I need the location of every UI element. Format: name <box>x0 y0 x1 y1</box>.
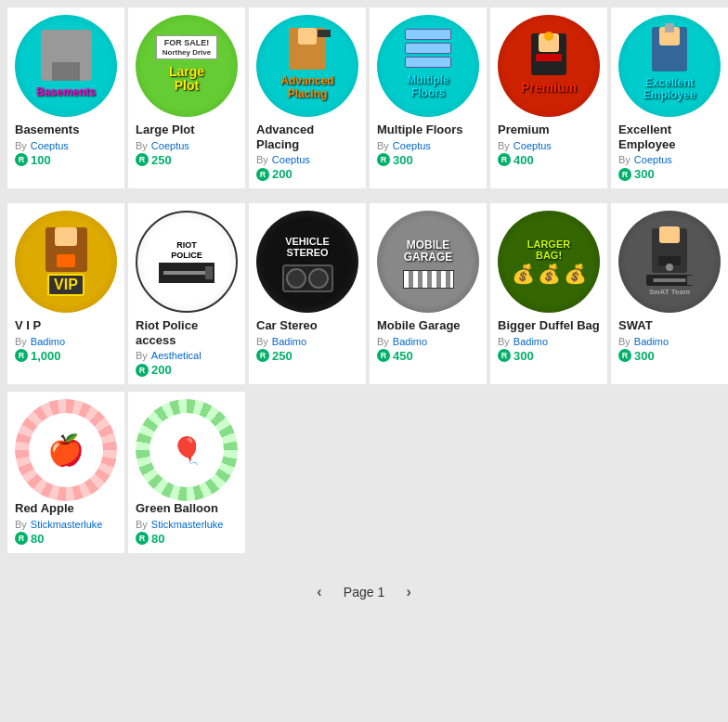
robux-icon: R <box>618 168 631 181</box>
robux-icon: R <box>498 153 511 166</box>
item-name-largeplot: Large Plot <box>136 122 195 137</box>
price-greenballoon: 80 <box>151 532 164 546</box>
price-swat: 300 <box>634 349 655 363</box>
circle-label-mobilegarage: MOBILEGARAGE <box>400 236 457 267</box>
grid-row-1: Basements Basements By Coeptus R 100 FOR… <box>0 0 728 196</box>
creator-row-swat: By Badimo <box>618 336 669 347</box>
robux-icon: R <box>377 349 390 362</box>
item-image-mobilegarage: MOBILEGARAGE <box>377 211 479 313</box>
item-vip[interactable]: VIP V I P By Badimo R 1,000 <box>7 203 124 384</box>
item-name-greenballoon: Green Balloon <box>136 501 218 516</box>
creator-excellent: Coeptus <box>634 154 672 165</box>
item-premium[interactable]: Premium Premium By Coeptus R 400 <box>490 7 607 188</box>
creator-vip: Badimo <box>31 336 65 347</box>
robux-icon: R <box>136 153 149 166</box>
robux-icon: R <box>377 153 390 166</box>
item-name-biggerbag: Bigger Duffel Bag <box>498 318 600 333</box>
by-label: By <box>377 336 389 347</box>
price-row-swat: R 300 <box>618 349 655 363</box>
main-container: Basements Basements By Coeptus R 100 FOR… <box>0 0 728 620</box>
item-name-carstereo: Car Stereo <box>256 318 318 333</box>
price-row-basements: R 100 <box>15 153 51 167</box>
price-row-multiple: R 300 <box>377 153 413 167</box>
robux-icon: R <box>15 153 28 166</box>
item-advanced[interactable]: AdvancedPlacing Advanced Placing By Coep… <box>249 7 366 188</box>
creator-redapple: Stickmasterluke <box>31 519 103 530</box>
robux-icon: R <box>136 364 149 377</box>
price-largeplot: 250 <box>151 153 172 167</box>
grid-row-3: 🍎 Red Apple By Stickmasterluke R 80 🎈 Gr… <box>0 392 728 561</box>
creator-swat: Badimo <box>634 336 669 347</box>
price-biggerbag: 300 <box>514 349 534 363</box>
item-basements[interactable]: Basements Basements By Coeptus R 100 <box>7 7 124 188</box>
robux-icon: R <box>15 532 28 545</box>
creator-row-basements: By Coeptus <box>15 140 69 151</box>
item-image-redapple: 🍎 <box>15 399 117 501</box>
item-name-swat: SWAT <box>618 318 653 333</box>
by-label: By <box>15 519 27 530</box>
price-riot: 200 <box>151 363 172 377</box>
item-name-excellent: Excellent Employee <box>618 122 721 151</box>
item-carstereo[interactable]: VEHICLESTEREO Car Stereo By Badimo R 250 <box>249 203 366 384</box>
creator-row-vip: By Badimo <box>15 336 65 347</box>
by-label: By <box>15 140 27 151</box>
creator-row-greenballoon: By Stickmasterluke <box>136 519 223 530</box>
empty-cell-5 <box>487 392 602 553</box>
creator-biggerbag: Badimo <box>514 336 548 347</box>
creator-premium: Coeptus <box>514 140 552 151</box>
price-mobilegarage: 450 <box>393 349 413 363</box>
grid-row-2: VIP V I P By Badimo R 1,000 RIOTPOLICE <box>0 196 728 392</box>
price-row-biggerbag: R 300 <box>498 349 534 363</box>
by-label: By <box>618 154 630 165</box>
creator-carstereo: Badimo <box>272 336 306 347</box>
creator-riot: Aesthetical <box>151 350 202 361</box>
robux-icon: R <box>618 349 631 362</box>
item-multiple[interactable]: MultipleFloors Multiple Floors By Coeptu… <box>370 7 487 188</box>
item-image-riot: RIOTPOLICE <box>136 211 238 313</box>
next-page-button[interactable]: › <box>396 579 422 605</box>
circle-label-advanced: AdvancedPlacing <box>277 71 337 103</box>
robux-icon: R <box>256 349 269 362</box>
page-label: Page 1 <box>344 585 384 600</box>
by-label: By <box>136 140 148 151</box>
item-biggerbag[interactable]: LARGERBAG! 💰 💰 💰 Bigger Duffel Bag By Ba… <box>490 203 607 384</box>
item-excellent[interactable]: ExcellentEmployee Excellent Employee By … <box>611 7 728 188</box>
item-swat[interactable]: SwAT Team SWAT By Badimo R 300 <box>611 203 728 384</box>
prev-page-button[interactable]: ‹ <box>306 579 332 605</box>
price-row-carstereo: R 250 <box>256 349 292 363</box>
creator-row-multiple: By Coeptus <box>377 140 431 151</box>
price-redapple: 80 <box>31 532 44 546</box>
price-row-premium: R 400 <box>498 153 534 167</box>
creator-greenballoon: Stickmasterluke <box>151 519 224 530</box>
empty-cell-4 <box>368 392 483 553</box>
creator-row-largeplot: By Coeptus <box>136 140 189 151</box>
item-name-basements: Basements <box>15 122 79 137</box>
price-vip: 1,000 <box>31 349 61 363</box>
item-image-premium: Premium <box>498 15 600 117</box>
item-redapple[interactable]: 🍎 Red Apple By Stickmasterluke R 80 <box>7 392 124 553</box>
item-greenballoon[interactable]: 🎈 Green Balloon By Stickmasterluke R 80 <box>128 392 245 553</box>
creator-row-riot: By Aesthetical <box>136 350 202 361</box>
by-label: By <box>15 336 27 347</box>
circle-label-basements: Basements <box>32 83 99 102</box>
item-image-basements: Basements <box>15 15 117 117</box>
item-image-advanced: AdvancedPlacing <box>256 15 358 117</box>
creator-mobilegarage: Badimo <box>393 336 427 347</box>
price-multiple: 300 <box>393 153 413 167</box>
item-image-carstereo: VEHICLESTEREO <box>256 211 358 313</box>
item-image-swat: SwAT Team <box>618 211 721 313</box>
item-image-vip: VIP <box>15 211 117 313</box>
price-row-riot: R 200 <box>136 363 172 377</box>
item-mobilegarage[interactable]: MOBILEGARAGE Mobile Garage By Badimo R 4… <box>370 203 487 384</box>
item-image-excellent: ExcellentEmployee <box>618 15 721 117</box>
price-row-advanced: R 200 <box>256 167 292 181</box>
creator-row-mobilegarage: By Badimo <box>377 336 427 347</box>
creator-row-premium: By Coeptus <box>498 140 552 151</box>
item-largeplot[interactable]: FOR SALE!Northey Drive LargePlot Large P… <box>128 7 245 188</box>
item-riot[interactable]: RIOTPOLICE Riot Police access By Aesthet… <box>128 203 245 384</box>
creator-row-biggerbag: By Badimo <box>498 336 548 347</box>
creator-row-advanced: By Coeptus <box>256 154 310 165</box>
price-premium: 400 <box>514 153 534 167</box>
by-label: By <box>618 336 630 347</box>
creator-multiple: Coeptus <box>393 140 431 151</box>
